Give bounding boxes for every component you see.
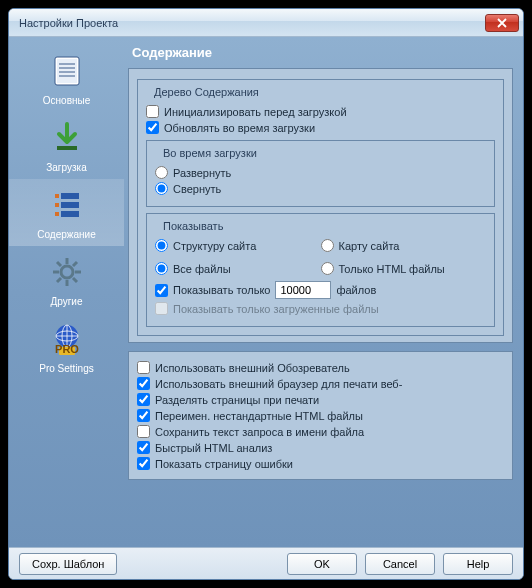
ext-viewer-label: Использовать внешний Обозреватель	[155, 362, 350, 374]
structure-label: Структуру сайта	[173, 240, 256, 252]
errorpage-checkbox[interactable]	[137, 457, 150, 470]
expand-label: Развернуть	[173, 167, 231, 179]
svg-rect-11	[55, 203, 59, 207]
save-template-button[interactable]: Сохр. Шаблон	[19, 553, 117, 575]
cancel-button[interactable]: Cancel	[365, 553, 435, 575]
tree-legend: Дерево Содержания	[150, 86, 263, 98]
update-checkbox[interactable]	[146, 121, 159, 134]
limit-input[interactable]	[275, 281, 331, 299]
tree-panel: Дерево Содержания Инициализировать перед…	[128, 68, 513, 343]
query-label: Сохранить текст запроса в имени файла	[155, 426, 364, 438]
window-body: Основные Загрузка Содержание Другие	[9, 37, 523, 547]
settings-window: Настройки Проекта Основные Загрузка	[8, 8, 524, 580]
structure-radio[interactable]	[155, 239, 168, 252]
sidebar-item-label: Загрузка	[9, 162, 124, 173]
ext-print-checkbox[interactable]	[137, 377, 150, 390]
fasthtml-label: Быстрый HTML анализ	[155, 442, 272, 454]
tree-icon	[47, 185, 87, 225]
svg-line-19	[73, 278, 77, 282]
split-label: Разделять страницы при печати	[155, 394, 319, 406]
gear-icon	[47, 252, 87, 292]
map-label: Карту сайта	[339, 240, 400, 252]
collapse-label: Свернуть	[173, 183, 221, 195]
query-checkbox[interactable]	[137, 425, 150, 438]
svg-rect-7	[61, 193, 79, 199]
init-checkbox[interactable]	[146, 105, 159, 118]
titlebar: Настройки Проекта	[9, 9, 523, 37]
ok-button[interactable]: OK	[287, 553, 357, 575]
close-button[interactable]	[485, 14, 519, 32]
limit-label: Показывать только	[173, 284, 270, 296]
sidebar-item-general[interactable]: Основные	[9, 45, 124, 112]
collapse-radio[interactable]	[155, 182, 168, 195]
errorpage-label: Показать страницу ошибки	[155, 458, 293, 470]
show-fieldset: Показывать Структуру сайта Карту сайта	[146, 213, 495, 327]
document-icon	[47, 51, 87, 91]
sidebar-item-pro[interactable]: PRO Pro Settings	[9, 313, 124, 380]
update-label: Обновлять во время загрузки	[164, 122, 315, 134]
svg-rect-6	[57, 146, 77, 150]
sidebar: Основные Загрузка Содержание Другие	[9, 37, 124, 547]
sidebar-item-content[interactable]: Содержание	[9, 179, 124, 246]
during-legend: Во время загрузки	[159, 147, 261, 159]
show-legend: Показывать	[159, 220, 227, 232]
help-button[interactable]: Help	[443, 553, 513, 575]
sidebar-item-other[interactable]: Другие	[9, 246, 124, 313]
allfiles-radio[interactable]	[155, 262, 168, 275]
downloaded-checkbox[interactable]	[155, 302, 168, 315]
main-content: Содержание Дерево Содержания Инициализир…	[124, 37, 523, 547]
rename-checkbox[interactable]	[137, 409, 150, 422]
tree-fieldset: Дерево Содержания Инициализировать перед…	[137, 79, 504, 336]
svg-rect-12	[55, 212, 59, 216]
download-icon	[47, 118, 87, 158]
sidebar-item-label: Pro Settings	[9, 363, 124, 374]
globe-pro-icon: PRO	[47, 319, 87, 359]
svg-text:PRO: PRO	[55, 343, 79, 355]
during-fieldset: Во время загрузки Развернуть Свернуть	[146, 140, 495, 207]
svg-rect-1	[57, 59, 77, 83]
svg-rect-9	[61, 211, 79, 217]
map-radio[interactable]	[321, 239, 334, 252]
split-checkbox[interactable]	[137, 393, 150, 406]
limit-checkbox[interactable]	[155, 284, 168, 297]
rename-label: Переимен. нестандартные HTML файлы	[155, 410, 363, 422]
limit-suffix: файлов	[336, 284, 376, 296]
svg-line-18	[57, 262, 61, 266]
fasthtml-checkbox[interactable]	[137, 441, 150, 454]
htmlonly-radio[interactable]	[321, 262, 334, 275]
sidebar-item-label: Другие	[9, 296, 124, 307]
close-icon	[497, 18, 507, 28]
htmlonly-label: Только HTML файлы	[339, 263, 445, 275]
svg-rect-8	[61, 202, 79, 208]
sidebar-item-download[interactable]: Загрузка	[9, 112, 124, 179]
downloaded-label: Показывать только загруженные файлы	[173, 303, 379, 315]
svg-line-21	[57, 278, 61, 282]
footer: Сохр. Шаблон OK Cancel Help	[9, 547, 523, 579]
sidebar-item-label: Содержание	[9, 229, 124, 240]
expand-radio[interactable]	[155, 166, 168, 179]
svg-point-13	[61, 266, 73, 278]
sidebar-item-label: Основные	[9, 95, 124, 106]
svg-line-20	[73, 262, 77, 266]
ext-viewer-checkbox[interactable]	[137, 361, 150, 374]
init-label: Инициализировать перед загрузкой	[164, 106, 347, 118]
page-title: Содержание	[132, 45, 513, 60]
svg-rect-10	[55, 194, 59, 198]
options-panel: Использовать внешний Обозреватель Исполь…	[128, 351, 513, 480]
window-title: Настройки Проекта	[19, 17, 485, 29]
ext-print-label: Использовать внешний браузер для печати …	[155, 378, 402, 390]
allfiles-label: Все файлы	[173, 263, 231, 275]
